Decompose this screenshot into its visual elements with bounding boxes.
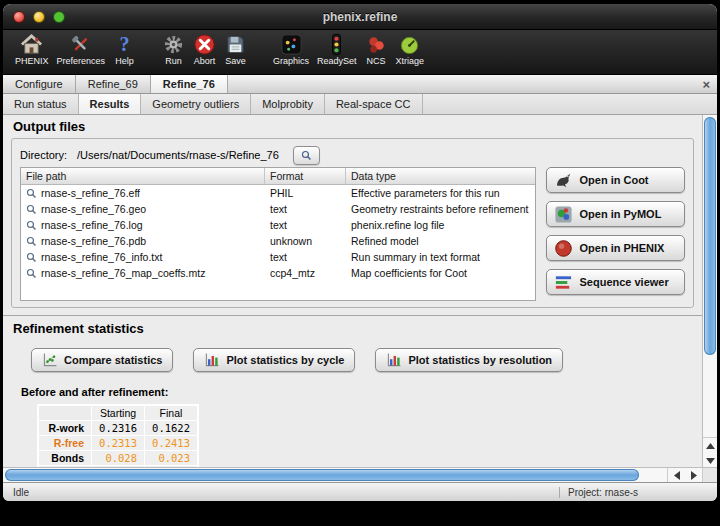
stats-row-bonds: Bonds 0.028 0.023 xyxy=(39,451,197,465)
output-files-groupbox: Directory: /Users/nat/Documents/rnase-s/… xyxy=(11,138,694,308)
toolbar-item-save[interactable]: Save xyxy=(220,32,251,67)
tab-label: Refine_76 xyxy=(163,78,215,90)
file-name: rnase-s_refine_76.pdb xyxy=(41,235,146,247)
toolbar-item-label: ReadySet xyxy=(317,56,357,66)
toolbar-item-label: PHENIX xyxy=(15,56,49,66)
gauge-icon xyxy=(398,33,421,56)
column-header-format[interactable]: Format xyxy=(265,168,346,184)
scroll-right-arrow[interactable] xyxy=(685,468,702,482)
tab-real-space-cc[interactable]: Real-space CC xyxy=(325,94,423,114)
toolbar-item-label: Abort xyxy=(194,56,216,66)
tab-configure[interactable]: Configure xyxy=(3,75,76,93)
toolbar-item-ncs[interactable]: NCS xyxy=(361,32,392,67)
magnifier-icon xyxy=(26,236,37,247)
sequence-viewer-button[interactable]: Sequence viewer xyxy=(546,269,685,295)
project-label: Project: rnase-s xyxy=(559,487,717,498)
column-header-data-type[interactable]: Data type xyxy=(346,168,535,184)
gear-icon xyxy=(162,33,185,56)
stats-corner-cell xyxy=(39,406,91,420)
file-row[interactable]: rnase-s_refine_76_info.txt text Run summ… xyxy=(21,249,535,265)
tab-label: Real-space CC xyxy=(336,98,411,110)
toolbar-item-phenix[interactable]: PHENIX xyxy=(11,32,53,67)
horizontal-scrollbar-track[interactable] xyxy=(3,468,667,482)
tab-results[interactable]: Results xyxy=(79,94,142,114)
plot-by-resolution-button[interactable]: Plot statistics by resolution xyxy=(375,348,563,372)
tab-run-status[interactable]: Run status xyxy=(3,94,79,114)
app-window: phenix.refine PHENIX Preferences ? Help … xyxy=(3,4,717,501)
magnifier-icon xyxy=(26,204,37,215)
stat-starting: 0.2313 xyxy=(92,436,144,450)
browse-directory-button[interactable] xyxy=(293,146,320,165)
file-row[interactable]: rnase-s_refine_76.log text phenix.refine… xyxy=(21,217,535,233)
horizontal-scrollbar[interactable] xyxy=(3,467,717,482)
horizontal-scrollbar-arrows xyxy=(667,468,702,482)
file-path-cell: rnase-s_refine_76.eff xyxy=(21,187,265,199)
toolbar-item-label: Preferences xyxy=(57,56,106,66)
column-header-file-path[interactable]: File path xyxy=(21,168,265,184)
file-row[interactable]: rnase-s_refine_76.geo text Geometry rest… xyxy=(21,201,535,217)
open-in-phenix-button[interactable]: Open in PHENIX xyxy=(546,235,685,261)
open-in-coot-button[interactable]: Open in Coot xyxy=(546,167,685,193)
tab-label: Molprobity xyxy=(262,98,313,110)
tab-label: Run status xyxy=(14,98,67,110)
directory-row: Directory: /Users/nat/Documents/rnase-s/… xyxy=(20,143,685,167)
stat-final: 0.1622 xyxy=(145,421,197,435)
file-row[interactable]: rnase-s_refine_76_map_coeffs.mtz ccp4_mt… xyxy=(21,265,535,281)
tools-icon xyxy=(69,33,92,56)
stat-label: R-work xyxy=(39,421,91,435)
tab-geometry-outliers[interactable]: Geometry outliers xyxy=(141,94,251,114)
file-row[interactable]: rnase-s_refine_76.eff PHIL Effective par… xyxy=(21,185,535,201)
vertical-scrollbar-thumb[interactable] xyxy=(704,117,716,355)
tab-label: Geometry outliers xyxy=(152,98,239,110)
toolbar-item-run[interactable]: Run xyxy=(158,32,189,67)
toolbar-item-label: Save xyxy=(225,56,246,66)
toolbar-item-help[interactable]: ? Help xyxy=(109,32,140,67)
file-format-cell: text xyxy=(265,219,346,231)
magnifier-icon xyxy=(26,188,37,199)
compare-statistics-button[interactable]: Compare statistics xyxy=(31,348,173,372)
window-title: phenix.refine xyxy=(3,10,717,24)
close-window-button[interactable] xyxy=(13,11,25,23)
open-in-pymol-button[interactable]: Open in PyMOL xyxy=(546,201,685,227)
scroll-down-arrow[interactable] xyxy=(703,453,717,468)
tab-molprobity[interactable]: Molprobity xyxy=(251,94,325,114)
scroll-up-arrow[interactable] xyxy=(703,438,717,453)
file-row[interactable]: rnase-s_refine_76.pdb unknown Refined mo… xyxy=(21,233,535,249)
horizontal-scrollbar-thumb[interactable] xyxy=(5,469,639,481)
toolbar-item-graphics[interactable]: Graphics xyxy=(269,32,313,67)
file-name: rnase-s_refine_76_info.txt xyxy=(41,251,162,263)
graphics-icon xyxy=(280,33,303,56)
toolbar-item-readyset[interactable]: ReadySet xyxy=(313,32,361,67)
button-label: Compare statistics xyxy=(64,354,162,366)
scroll-left-arrow[interactable] xyxy=(668,468,685,482)
toolbar-item-xtriage[interactable]: Xtriage xyxy=(392,32,429,67)
minimize-window-button[interactable] xyxy=(33,11,45,23)
plot-by-cycle-button[interactable]: Plot statistics by cycle xyxy=(193,348,355,372)
status-bar: Idle Project: rnase-s xyxy=(3,482,717,501)
zoom-window-button[interactable] xyxy=(53,11,65,23)
file-path-cell: rnase-s_refine_76.pdb xyxy=(21,235,265,247)
directory-label: Directory: xyxy=(20,149,67,161)
stat-label: Bonds xyxy=(39,451,91,465)
vertical-scrollbar[interactable] xyxy=(702,115,717,467)
file-path-cell: rnase-s_refine_76_info.txt xyxy=(21,251,265,263)
magnifier-icon xyxy=(26,220,37,231)
toolbar-group-tools: Graphics ReadySet NCS Xtriage xyxy=(269,32,428,67)
toolbar-item-label: Help xyxy=(115,56,134,66)
directory-value: /Users/nat/Documents/rnase-s/Refine_76 xyxy=(77,149,279,161)
tab-close-icon[interactable]: × xyxy=(702,75,710,93)
coot-icon xyxy=(554,171,573,190)
tab-refine-69[interactable]: Refine_69 xyxy=(76,75,151,93)
tab-label: Refine_69 xyxy=(88,78,138,90)
button-label: Open in Coot xyxy=(579,174,648,186)
file-name: rnase-s_refine_76.geo xyxy=(41,203,146,215)
tab-refine-76[interactable]: Refine_76 xyxy=(151,75,228,93)
output-files-table: File path Format Data type rnase-s_refin… xyxy=(20,167,536,301)
toolbar: PHENIX Preferences ? Help Run Abort xyxy=(3,30,717,75)
toolbar-item-abort[interactable]: Abort xyxy=(189,32,220,67)
toolbar-group-run: Run Abort Save xyxy=(158,32,251,67)
file-type-cell: Effective parameters for this run xyxy=(346,187,535,199)
file-type-cell: Run summary in text format xyxy=(346,251,535,263)
toolbar-item-preferences[interactable]: Preferences xyxy=(53,32,110,67)
stats-col-final: Final xyxy=(145,406,197,420)
